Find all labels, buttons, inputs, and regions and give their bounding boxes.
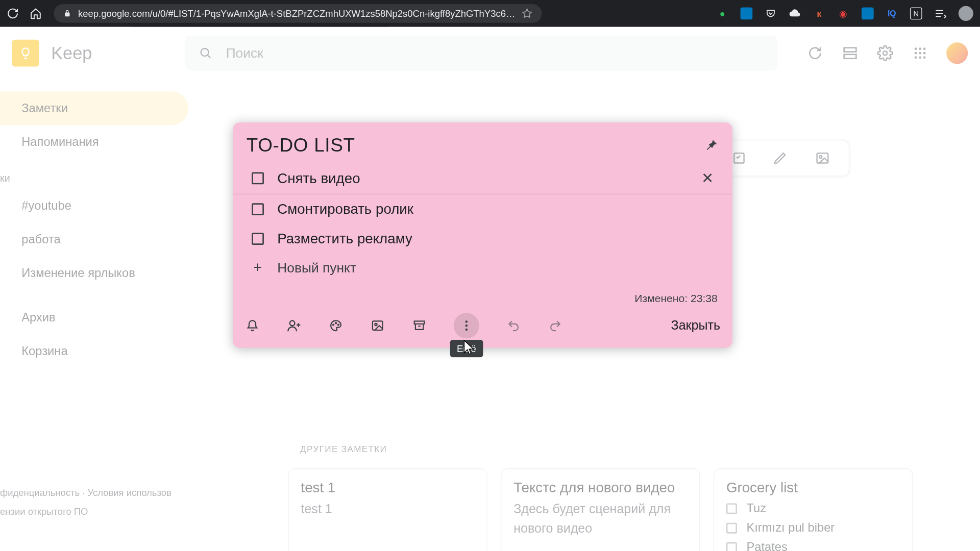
ext-trello-icon[interactable] xyxy=(741,8,753,20)
checklist-item[interactable]: Разместить рекламу xyxy=(233,224,732,254)
svg-rect-22 xyxy=(414,321,425,323)
ext-cloud-icon[interactable] xyxy=(789,8,801,20)
note-editor-modal: TO-DO LIST Снять видео ✕ Смонтировать ро… xyxy=(233,122,732,348)
url-text: keep.google.com/u/0/#LIST/1-PqsYwAmXglA-… xyxy=(78,8,515,19)
note-title-input[interactable]: TO-DO LIST xyxy=(247,135,703,156)
home-icon[interactable] xyxy=(30,8,42,20)
redo-icon[interactable] xyxy=(548,318,562,333)
remind-icon[interactable] xyxy=(245,318,260,333)
star-icon[interactable] xyxy=(522,8,533,19)
close-button[interactable]: Закрыть xyxy=(671,318,720,333)
image-icon[interactable] xyxy=(370,318,385,333)
checklist-text[interactable]: Смонтировать ролик xyxy=(277,201,714,217)
add-item-label: Новый пункт xyxy=(277,260,356,276)
ext-trello2-icon[interactable] xyxy=(862,8,874,20)
reload-icon[interactable] xyxy=(7,8,19,20)
ext-iq-icon[interactable]: IQ xyxy=(886,8,898,20)
checklist-item[interactable]: Снять видео ✕ xyxy=(233,163,732,194)
ext-k-icon[interactable]: к xyxy=(813,8,825,20)
note-toolbar: Ещё Закрыть xyxy=(233,309,732,347)
cursor-icon xyxy=(462,339,477,357)
ext-spiral-icon[interactable]: ◉ xyxy=(837,8,849,20)
note-meta: Изменено: 23:38 xyxy=(233,283,732,309)
svg-rect-20 xyxy=(373,321,383,330)
palette-icon[interactable] xyxy=(329,318,344,333)
ext-notion-icon[interactable]: N xyxy=(910,8,922,20)
svg-point-18 xyxy=(335,322,336,323)
archive-icon[interactable] xyxy=(412,318,427,333)
lock-icon xyxy=(63,9,71,17)
checkbox-icon[interactable] xyxy=(252,233,264,245)
checklist-text[interactable]: Снять видео xyxy=(277,170,688,187)
svg-point-17 xyxy=(333,324,334,325)
more-icon[interactable]: Ещё xyxy=(454,313,479,338)
ext-avatar-icon[interactable] xyxy=(959,6,973,21)
collaborator-icon[interactable] xyxy=(287,318,302,333)
undo-icon[interactable] xyxy=(506,318,521,333)
svg-point-19 xyxy=(338,324,339,325)
svg-point-21 xyxy=(375,323,377,325)
ext-pocket-icon[interactable] xyxy=(765,8,777,20)
svg-point-16 xyxy=(290,321,295,326)
ext-evernote-icon[interactable]: ● xyxy=(716,8,728,20)
delete-item-icon[interactable]: ✕ xyxy=(701,169,714,187)
ext-playlist-icon[interactable] xyxy=(934,8,946,20)
plus-icon: + xyxy=(252,259,264,277)
svg-point-24 xyxy=(465,324,468,327)
svg-point-23 xyxy=(465,320,468,322)
checkbox-icon[interactable] xyxy=(252,203,264,215)
add-checklist-item[interactable]: + Новый пункт xyxy=(233,254,732,283)
pin-icon[interactable] xyxy=(703,137,719,154)
address-bar[interactable]: keep.google.com/u/0/#LIST/1-PqsYwAmXglA-… xyxy=(54,4,542,23)
checkbox-icon[interactable] xyxy=(252,172,264,185)
checklist-item[interactable]: Смонтировать ролик xyxy=(233,194,732,224)
browser-chrome: keep.google.com/u/0/#LIST/1-PqsYwAmXglA-… xyxy=(0,0,980,27)
svg-point-25 xyxy=(465,329,468,331)
checklist-text[interactable]: Разместить рекламу xyxy=(277,231,714,247)
